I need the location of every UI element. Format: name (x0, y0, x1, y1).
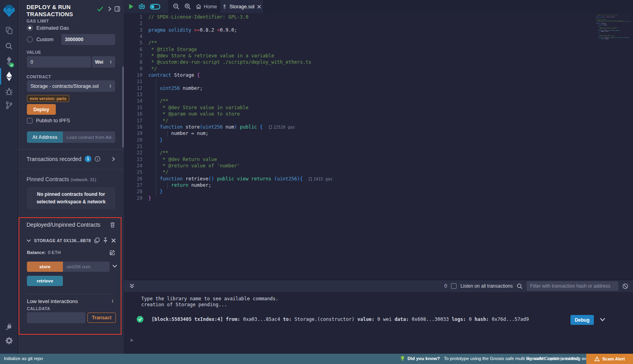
publish-ipfs-checkbox[interactable]: Publish to IPFS (27, 118, 70, 123)
calldata-input[interactable] (27, 312, 85, 323)
minimap-line: * @custom:dev-run-script ./scripts/deplo… (596, 21, 630, 22)
file-explorer-icon[interactable] (0, 25, 18, 36)
status-bar: Initialize as git repo Did you know? To … (0, 354, 633, 364)
listen-all-checkbox[interactable] (451, 283, 457, 289)
ai-copilot-robot-icon[interactable] (138, 3, 146, 10)
remix-logo[interactable] (0, 3, 18, 19)
value-label: VALUE (27, 50, 41, 55)
collapse-terminal-icon[interactable] (129, 283, 135, 289)
value-input[interactable] (27, 56, 91, 68)
copilot-status[interactable]: RemixAI Copilot (enabled) (526, 356, 579, 361)
code-line: 29} (124, 195, 633, 201)
code-line: 11 (124, 78, 633, 85)
trash-icon[interactable] (110, 222, 115, 228)
git-init-status[interactable]: Initialize as git repo (4, 356, 43, 361)
tab-home[interactable]: Home (196, 4, 217, 9)
radio-selected-icon[interactable] (27, 25, 33, 31)
at-address-button[interactable]: At Address (27, 131, 63, 143)
code-line: 7 * @dev Store & retrieve value in a var… (124, 53, 633, 59)
transactions-recorded-row[interactable]: Transactions recorded 1 (27, 155, 115, 162)
chevron-down-icon[interactable] (27, 239, 31, 242)
estimated-gas-radio[interactable]: Estimated Gas (27, 25, 69, 31)
custom-gas-radio[interactable]: Custom (27, 36, 53, 42)
retrieve-function-button[interactable]: retrieve (27, 276, 63, 286)
custom-gas-input[interactable] (61, 34, 115, 45)
search-icon (517, 283, 523, 289)
code-line: 8 * @custom:dev-run-script ./scripts/dep… (124, 59, 633, 65)
code-line: 4 (124, 33, 633, 40)
search-icon[interactable] (0, 40, 18, 52)
deploy-run-panel: DEPLOY & RUN TRANSACTIONS GAS LIMIT Esti… (18, 0, 124, 354)
info-glyph[interactable]: i (112, 298, 113, 304)
debug-button[interactable]: Debug (570, 315, 594, 325)
contract-instance-label: STORAGE AT 0X136...8B78 (34, 238, 91, 243)
code-editor[interactable]: 1// SPDX-License-Identifier: GPL-3.023pr… (124, 13, 633, 280)
transactions-count-badge: 1 (85, 155, 91, 162)
lightbulb-icon (400, 356, 405, 362)
code-line: 12 uint256 number; (124, 85, 633, 91)
radio-unselected-icon[interactable] (27, 36, 33, 42)
close-tab-icon[interactable] (257, 5, 261, 9)
edit-icon[interactable] (110, 250, 115, 255)
checkbox-icon[interactable] (27, 118, 32, 123)
store-args-input[interactable] (63, 262, 110, 272)
copilot-toggle[interactable] (150, 4, 160, 9)
at-address-input[interactable] (63, 131, 115, 143)
select-arrows-icon: ▲▼ (109, 84, 112, 88)
expand-args-chevron-icon[interactable] (112, 264, 117, 268)
gas-icon (269, 125, 272, 129)
tx-success-icon (136, 316, 144, 323)
terminal-line: Type the library name to see available c… (141, 296, 279, 302)
contract-instance-row[interactable]: STORAGE AT 0X136...8B78 (27, 237, 116, 243)
contract-label: CONTRACT (27, 74, 51, 79)
tab-storage-sol[interactable]: Storage.sol (220, 0, 264, 13)
expand-log-chevron-icon[interactable] (600, 318, 605, 322)
run-script-play-icon[interactable] (129, 4, 134, 9)
store-function-button[interactable]: store (27, 262, 63, 272)
settings-gear-icon[interactable] (0, 335, 18, 347)
listen-all-label: Listen on all transactions (461, 283, 513, 289)
code-line: 24 * @return value of 'number' (124, 163, 633, 169)
code-line: 21 (124, 143, 633, 150)
contract-select[interactable]: Storage - contracts/Storage.sol ▲▼ (27, 80, 115, 92)
home-icon (196, 4, 201, 9)
close-icon[interactable] (111, 238, 116, 243)
deploy-run-icon[interactable] (0, 70, 18, 82)
code-line: 17 */ (124, 118, 633, 124)
code-line: 20 } (124, 137, 633, 143)
transactions-recorded-label: Transactions recorded (27, 156, 81, 162)
pin-panel-icon[interactable] (114, 6, 120, 12)
code-line: 28 } (124, 188, 633, 195)
terminal-prompt[interactable]: > (130, 337, 133, 343)
transact-button[interactable]: Transact (87, 313, 116, 323)
minimap[interactable]: // SPDX-License-Identifier: GPL-3.0 prag… (596, 15, 630, 42)
solidity-compiler-icon[interactable] (0, 55, 18, 68)
info-icon[interactable] (95, 156, 100, 162)
deploy-button[interactable]: Deploy (27, 104, 56, 115)
zoom-in-icon[interactable] (184, 3, 191, 10)
value-unit-select[interactable]: Wei ▲▼ (92, 56, 115, 68)
git-icon[interactable] (0, 100, 18, 111)
code-line: 19 number = num; (124, 130, 633, 136)
copy-icon[interactable] (94, 237, 100, 243)
code-line: 16 * @param num value to store (124, 111, 633, 117)
code-line: 26 function retrieve() public view retur… (124, 176, 633, 182)
transaction-filter-input[interactable] (527, 281, 618, 291)
terminal-header: 0 Listen on all transactions (124, 280, 633, 292)
calldata-label: CALLDATA (27, 306, 50, 311)
scam-alert-badge[interactable]: Scam Alert (586, 354, 633, 364)
zoom-out-icon[interactable] (173, 3, 180, 10)
code-line: 27 return number; (124, 182, 633, 188)
pin-icon[interactable] (103, 237, 108, 243)
chevron-right-icon[interactable] (108, 6, 112, 11)
code-line: 15 * @dev Store value in variable (124, 104, 633, 111)
low-level-header: Low level interactions i (27, 298, 113, 304)
code-line: 23 * @dev Return value (124, 156, 633, 163)
chevron-right-icon[interactable] (112, 157, 115, 161)
code-line: 9 */ (124, 66, 633, 72)
plugin-manager-icon[interactable] (0, 320, 18, 332)
clear-console-icon[interactable] (622, 283, 628, 289)
debugger-icon[interactable] (0, 86, 18, 97)
tx-log-line[interactable]: [block:5583405 txIndex:4] from: 0xa03...… (152, 317, 567, 322)
code-line: 10contract Storage { (124, 72, 633, 78)
